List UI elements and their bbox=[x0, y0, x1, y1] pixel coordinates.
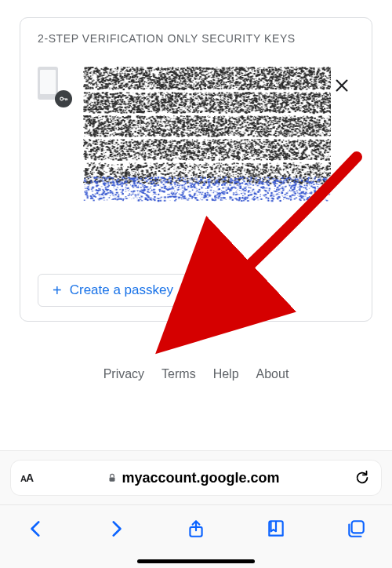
refresh-button[interactable] bbox=[353, 468, 372, 487]
phone-key-icon bbox=[38, 67, 69, 106]
address-host-text: myaccount.google.com bbox=[122, 470, 280, 486]
card-title: 2-STEP VERIFICATION ONLY SECURITY KEYS bbox=[38, 32, 354, 45]
address-host[interactable]: myaccount.google.com bbox=[41, 470, 345, 486]
create-passkey-button[interactable]: + Create a passkey bbox=[38, 274, 188, 307]
device-key-icon-wrap bbox=[38, 67, 75, 208]
back-icon bbox=[26, 519, 46, 539]
card-body bbox=[38, 67, 354, 208]
bookmarks-button[interactable] bbox=[262, 515, 290, 543]
home-indicator bbox=[137, 559, 255, 563]
footer-about-link[interactable]: About bbox=[256, 367, 289, 381]
footer-help-link[interactable]: Help bbox=[213, 367, 239, 381]
redacted-key-details bbox=[83, 67, 331, 208]
browser-toolbar bbox=[0, 505, 392, 568]
bookmarks-icon bbox=[266, 519, 286, 539]
svg-rect-1 bbox=[109, 477, 114, 481]
plus-icon: + bbox=[53, 282, 62, 298]
address-bar[interactable]: AA myaccount.google.com bbox=[11, 461, 381, 495]
remove-key-button[interactable] bbox=[326, 70, 358, 101]
footer-privacy-link[interactable]: Privacy bbox=[103, 367, 144, 381]
lock-icon bbox=[107, 472, 118, 483]
text-size-button[interactable]: AA bbox=[20, 472, 33, 484]
footer-terms-link[interactable]: Terms bbox=[162, 367, 196, 381]
refresh-icon bbox=[354, 469, 371, 486]
svg-rect-3 bbox=[352, 521, 364, 533]
share-button[interactable] bbox=[182, 515, 210, 543]
create-passkey-label: Create a passkey bbox=[70, 282, 173, 298]
nav-forward-button[interactable] bbox=[102, 515, 130, 543]
security-keys-card: 2-STEP VERIFICATION ONLY SECURITY KEYS +… bbox=[20, 17, 372, 322]
close-icon bbox=[333, 77, 350, 94]
address-bar-area: AA myaccount.google.com bbox=[0, 450, 392, 505]
tabs-icon bbox=[346, 519, 366, 539]
footer-links: Privacy Terms Help About bbox=[20, 367, 372, 381]
text-size-icon: A bbox=[20, 474, 26, 483]
tabs-button[interactable] bbox=[342, 515, 370, 543]
forward-icon bbox=[106, 519, 126, 539]
share-icon bbox=[186, 519, 206, 539]
nav-back-button[interactable] bbox=[22, 515, 50, 543]
